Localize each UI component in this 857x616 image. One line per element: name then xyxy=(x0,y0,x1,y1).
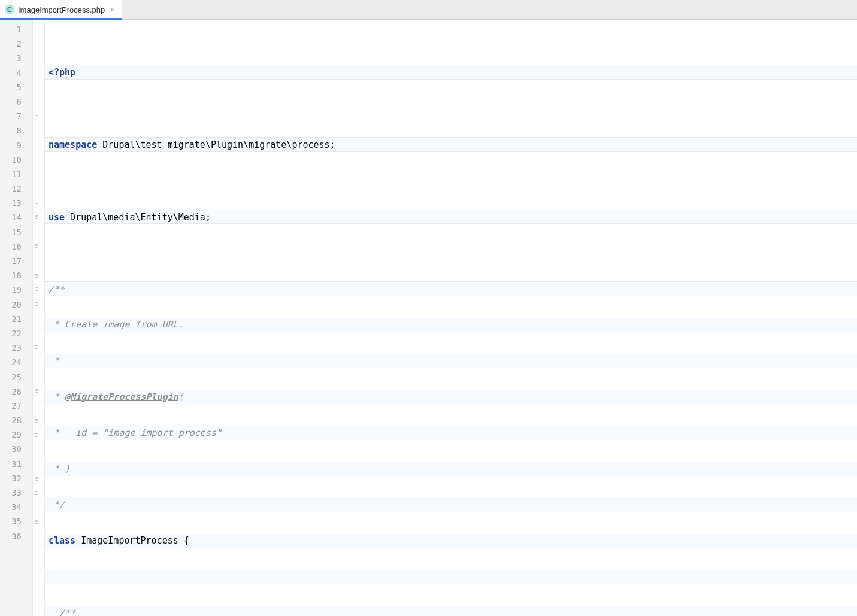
code-line[interactable]: * Create image from URL. xyxy=(45,317,857,332)
line-number[interactable]: 31 xyxy=(0,457,32,471)
code-line[interactable]: use Drupal\media\Entity\Media; xyxy=(45,210,857,224)
fold-row xyxy=(33,167,44,181)
line-number[interactable]: 15 xyxy=(0,225,32,239)
fold-row xyxy=(33,123,44,138)
fold-toggle-icon[interactable]: ⊟ xyxy=(35,344,41,350)
line-number[interactable]: 5 xyxy=(0,80,32,95)
line-number[interactable]: 33 xyxy=(0,485,32,500)
tab-filename: ImageImportProcess.php xyxy=(18,5,105,14)
fold-toggle-icon[interactable]: ⊟ xyxy=(35,519,41,525)
line-number[interactable]: 26 xyxy=(0,384,32,399)
fold-row: ⊟ xyxy=(33,283,44,297)
fold-toggle-icon[interactable]: ⊟ xyxy=(35,113,41,119)
line-number[interactable]: 17 xyxy=(0,254,32,268)
line-number[interactable]: 27 xyxy=(0,399,32,413)
line-number[interactable]: 8 xyxy=(0,123,32,138)
fold-row xyxy=(33,355,44,369)
code-line[interactable]: * @MigrateProcessPlugin( xyxy=(45,390,857,404)
fold-row: ⊟ xyxy=(33,413,44,427)
line-number[interactable]: 29 xyxy=(0,427,32,442)
line-number[interactable]: 7 xyxy=(0,109,32,123)
fold-row xyxy=(33,181,44,196)
code-area[interactable]: <?php namespace Drupal\test_migrate\Plug… xyxy=(45,20,857,616)
fold-row xyxy=(33,529,44,544)
fold-row: ⊟ xyxy=(33,341,44,355)
fold-row xyxy=(33,457,44,471)
fold-toggle-icon[interactable]: ⊟ xyxy=(35,286,41,292)
line-number[interactable]: 12 xyxy=(0,181,32,196)
code-line[interactable]: */ xyxy=(45,497,857,512)
code-line[interactable]: namespace Drupal\test_migrate\Plugin\mig… xyxy=(45,137,857,151)
line-number-gutter: 1234567891011121314151617181920212223242… xyxy=(0,20,33,616)
fold-row xyxy=(33,153,44,167)
line-number[interactable]: 2 xyxy=(0,37,32,51)
fold-toggle-icon[interactable]: ⊟ xyxy=(35,432,41,438)
line-number[interactable]: 1 xyxy=(0,22,32,37)
code-line[interactable] xyxy=(45,101,857,116)
fold-toggle-icon[interactable]: ⊟ xyxy=(35,273,41,279)
line-number[interactable]: 19 xyxy=(0,283,32,297)
fold-toggle-icon[interactable]: ⊟ xyxy=(35,388,41,394)
code-line[interactable]: * id = "image_import_process" xyxy=(45,426,857,440)
tab-bar: C ImageImportProcess.php × xyxy=(0,0,857,20)
fold-row xyxy=(33,370,44,384)
code-line[interactable]: /** xyxy=(45,606,857,616)
fold-row: ⊟ xyxy=(33,471,44,485)
fold-row xyxy=(33,37,44,51)
line-number[interactable]: 4 xyxy=(0,66,32,80)
line-number[interactable]: 9 xyxy=(0,138,32,153)
code-line[interactable] xyxy=(45,570,857,584)
fold-toggle-icon[interactable]: ⊟ xyxy=(35,301,41,307)
file-tab[interactable]: C ImageImportProcess.php × xyxy=(0,0,122,19)
fold-row xyxy=(33,326,44,341)
line-number[interactable]: 34 xyxy=(0,500,32,514)
fold-toggle-icon[interactable]: ⊟ xyxy=(35,490,41,496)
line-number[interactable]: 11 xyxy=(0,167,32,181)
line-number[interactable]: 25 xyxy=(0,370,32,384)
fold-row xyxy=(33,22,44,37)
fold-row: ⊟ xyxy=(33,268,44,283)
fold-row xyxy=(33,500,44,514)
line-number[interactable]: 20 xyxy=(0,298,32,312)
line-number[interactable]: 35 xyxy=(0,514,32,529)
code-line[interactable]: * ) xyxy=(45,462,857,476)
close-icon[interactable]: × xyxy=(108,5,116,14)
line-number[interactable]: 21 xyxy=(0,312,32,326)
line-number[interactable]: 23 xyxy=(0,341,32,355)
line-number[interactable]: 13 xyxy=(0,196,32,210)
fold-toggle-icon[interactable]: ⊟ xyxy=(35,476,41,482)
line-number[interactable]: 16 xyxy=(0,239,32,254)
fold-row xyxy=(33,225,44,239)
fold-row xyxy=(33,80,44,95)
fold-toggle-icon[interactable]: ⊟ xyxy=(35,243,41,249)
code-line[interactable]: class ImageImportProcess { xyxy=(45,533,857,548)
line-number[interactable]: 18 xyxy=(0,268,32,283)
line-number[interactable]: 3 xyxy=(0,51,32,65)
code-line[interactable] xyxy=(45,245,857,260)
fold-row xyxy=(33,442,44,456)
line-number[interactable]: 10 xyxy=(0,153,32,167)
fold-row: ⊟ xyxy=(33,196,44,210)
line-number[interactable]: 14 xyxy=(0,210,32,224)
code-line[interactable] xyxy=(45,174,857,188)
line-number[interactable]: 36 xyxy=(0,529,32,544)
code-line[interactable]: * xyxy=(45,354,857,368)
fold-row xyxy=(33,66,44,80)
line-number[interactable]: 28 xyxy=(0,413,32,427)
fold-toggle-icon[interactable]: ⊟ xyxy=(35,214,41,220)
fold-column: ⊟⊟⊟⊟⊟⊟⊟⊟⊟⊟⊟⊟⊟⊟ xyxy=(33,20,45,616)
fold-row: ⊟ xyxy=(33,514,44,529)
fold-row xyxy=(33,312,44,326)
fold-row: ⊟ xyxy=(33,109,44,123)
fold-row: ⊟ xyxy=(33,427,44,442)
code-line[interactable]: /** xyxy=(45,281,857,296)
fold-toggle-icon[interactable]: ⊟ xyxy=(35,201,41,207)
line-number[interactable]: 6 xyxy=(0,95,32,109)
fold-toggle-icon[interactable]: ⊟ xyxy=(35,418,41,424)
code-line[interactable]: <?php xyxy=(45,65,857,80)
line-number[interactable]: 32 xyxy=(0,471,32,485)
line-number[interactable]: 30 xyxy=(0,442,32,456)
fold-row: ⊟ xyxy=(33,384,44,399)
line-number[interactable]: 22 xyxy=(0,326,32,341)
line-number[interactable]: 24 xyxy=(0,355,32,369)
